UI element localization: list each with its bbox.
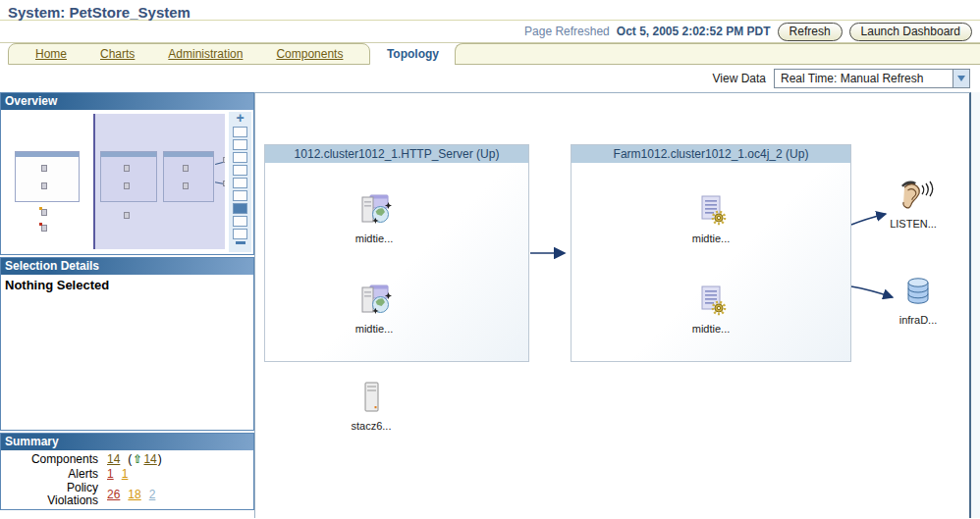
paren-open: ( <box>128 452 132 467</box>
minimap-cluster-box <box>15 151 80 202</box>
node-label: midtie... <box>667 233 755 244</box>
node-midtier-oc4j-1[interactable]: midtie... <box>667 192 755 244</box>
alerts-critical-link[interactable]: 1 <box>107 467 114 482</box>
minimap-node-icon <box>41 209 47 216</box>
em-topology-page: System: PetStore_System Page Refreshed O… <box>0 0 980 519</box>
zoom-level-button-1[interactable] <box>233 127 247 137</box>
minimap-cluster-box <box>163 151 214 202</box>
tab-segment-filler <box>455 43 980 65</box>
view-data-selected-value: Real Time: Manual Refresh <box>775 72 953 85</box>
summary-alerts-row: Alerts 1 1 <box>1 467 253 482</box>
minimap-cluster-title <box>164 152 213 157</box>
page-title: System: PetStore_System <box>8 4 191 21</box>
zoom-level-button-9[interactable] <box>233 229 247 239</box>
zoom-out-button[interactable] <box>236 241 245 244</box>
refresh-row: Page Refreshed Oct 5, 2005 2:02:52 PM PD… <box>0 21 980 43</box>
oc4j-icon <box>693 283 729 321</box>
zoom-level-button-2[interactable] <box>233 139 247 150</box>
summary-components-row: Components 14 ( ⇧ 14 ) <box>1 452 253 467</box>
view-data-label: View Data <box>713 72 766 85</box>
components-label: Components <box>1 452 107 467</box>
zoom-in-button[interactable]: + <box>236 112 244 125</box>
zoom-level-button-6[interactable] <box>233 190 247 201</box>
http-server-icon <box>356 192 392 231</box>
minimap-node-icon <box>223 157 225 163</box>
sidebar: Overview <box>0 92 254 518</box>
node-midtier-http-2[interactable]: midtie... <box>330 283 418 335</box>
minimap-node-icon <box>41 225 47 232</box>
components-up-group: ( ⇧ 14 ) <box>128 452 161 467</box>
overview-body: + <box>1 110 253 254</box>
topology-canvas[interactable]: 1012.cluster1012_1.HTTP_Server (Up) <box>254 92 971 518</box>
minimap-node-icon <box>183 165 189 172</box>
node-midtier-http-1[interactable]: midtie... <box>330 192 418 244</box>
zoom-level-button-5[interactable] <box>233 178 247 188</box>
node-midtier-oc4j-2[interactable]: midtie... <box>667 283 755 335</box>
alerts-warning-link[interactable]: 1 <box>122 467 129 482</box>
cluster-oc4j[interactable]: Farm1012.cluster1012_1.oc4j_2 (Up) <box>571 144 851 362</box>
node-listener[interactable]: LISTEN... <box>869 178 957 230</box>
selection-details-panel: Selection Details Nothing Selected <box>0 257 254 431</box>
node-label: infraD... <box>874 314 962 326</box>
node-host-stacz6[interactable]: stacz6... <box>327 380 415 432</box>
tab-topology-active[interactable]: Topology <box>370 43 455 65</box>
node-infra-database[interactable]: infraD... <box>874 274 962 326</box>
minimap-node-icon <box>223 181 225 186</box>
paren-close: ) <box>158 452 162 467</box>
minimap-error-dot <box>39 223 42 226</box>
selection-details-header: Selection Details <box>1 258 253 275</box>
tab-components[interactable]: Components <box>259 47 359 61</box>
host-icon <box>354 380 388 418</box>
tab-home[interactable]: Home <box>19 47 83 61</box>
policy-violations-label: Policy Violations <box>1 482 107 507</box>
policy-info-link[interactable]: 2 <box>149 488 156 502</box>
listener-icon <box>893 178 934 216</box>
view-data-select[interactable]: Real Time: Manual Refresh <box>774 69 970 88</box>
select-dropdown-button[interactable] <box>953 70 969 87</box>
tab-administration[interactable]: Administration <box>151 47 259 61</box>
summary-policy-row: Policy Violations 26 18 2 <box>1 482 253 507</box>
node-label: midtie... <box>330 323 418 335</box>
overview-panel: Overview <box>0 92 254 255</box>
zoom-level-button-4[interactable] <box>233 165 247 176</box>
minimap-node-icon <box>41 182 47 189</box>
cluster-http-server[interactable]: 1012.cluster1012_1.HTTP_Server (Up) <box>264 144 529 362</box>
selection-details-body: Nothing Selected <box>1 275 253 430</box>
content-area: Overview <box>0 92 980 518</box>
tab-charts[interactable]: Charts <box>83 47 151 61</box>
summary-body: Components 14 ( ⇧ 14 ) Alerts <box>1 450 253 507</box>
refresh-button[interactable]: Refresh <box>778 23 843 41</box>
zoom-level-button-8[interactable] <box>233 216 247 227</box>
oc4j-icon <box>693 192 729 231</box>
cluster-http-server-title[interactable]: 1012.cluster1012_1.HTTP_Server (Up) <box>265 145 528 163</box>
tab-bar: Home Charts Administration Components To… <box>0 43 980 65</box>
policy-critical-link[interactable]: 26 <box>107 488 120 502</box>
minimap-node-icon <box>41 165 47 172</box>
zoom-level-button-3[interactable] <box>233 152 247 163</box>
zoom-control: + <box>229 112 251 252</box>
node-label: midtie... <box>330 233 418 244</box>
policy-warning-link[interactable]: 18 <box>128 488 140 502</box>
minimap-node-icon <box>124 182 130 189</box>
minimap-cluster-title <box>101 152 156 157</box>
tab-segment-links: Home Charts Administration Components <box>8 43 370 65</box>
components-total-link[interactable]: 14 <box>107 452 120 467</box>
page-refreshed-timestamp: Oct 5, 2005 2:02:52 PM PDT <box>617 25 771 38</box>
header: System: PetStore_System <box>0 0 980 21</box>
cluster-oc4j-title[interactable]: Farm1012.cluster1012_1.oc4j_2 (Up) <box>572 145 850 163</box>
alerts-label: Alerts <box>1 467 107 482</box>
zoom-level-button-7-active[interactable] <box>233 203 247 214</box>
topology-canvas-wrap: 1012.cluster1012_1.HTTP_Server (Up) <box>254 92 980 518</box>
launch-dashboard-button[interactable]: Launch Dashboard <box>849 23 972 41</box>
topology-minimap[interactable] <box>6 114 225 249</box>
view-data-row: View Data Real Time: Manual Refresh <box>0 65 980 92</box>
components-up-link[interactable]: 14 <box>143 452 156 467</box>
summary-panel: Summary Components 14 ( ⇧ 14 ) <box>0 433 254 510</box>
minimap-cluster-title <box>16 152 79 157</box>
summary-header: Summary <box>1 434 253 450</box>
minimap-cluster-box <box>100 151 157 202</box>
database-icon <box>900 274 936 312</box>
node-label: stacz6... <box>327 420 415 432</box>
node-label: LISTEN... <box>869 218 957 230</box>
chevron-down-icon <box>957 76 965 81</box>
